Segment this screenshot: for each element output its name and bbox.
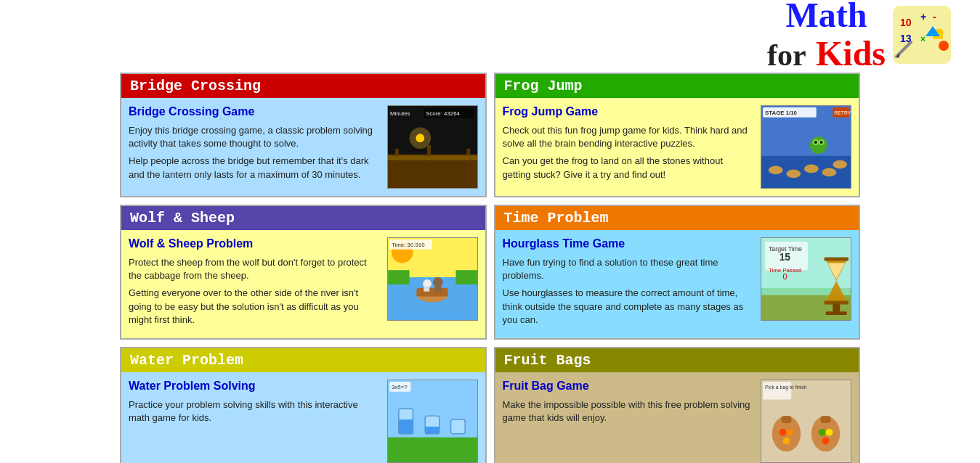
svg-point-37 (814, 141, 817, 144)
svg-rect-73 (425, 427, 440, 434)
game-desc1-bridge: Enjoy this bridge crossing game, a class… (129, 124, 380, 150)
game-desc2-bridge: Help people across the bridge but rememb… (129, 155, 380, 181)
header-title: Math for Kids (767, 0, 886, 73)
svg-rect-85 (821, 416, 831, 423)
page-header: Math for Kids 10 + - 13 × (0, 0, 980, 69)
section-header-fruit: Fruit Bags (495, 348, 859, 372)
svg-rect-15 (427, 145, 431, 163)
game-desc1-wolf: Protect the sheep from the wolf but don'… (129, 256, 380, 282)
svg-point-19 (416, 134, 424, 142)
svg-text:Target Time: Target Time (769, 245, 802, 253)
svg-point-33 (833, 160, 847, 169)
section-frog-jump: Frog Jump Frog Jump Game Check out this … (494, 73, 861, 197)
section-wolf-sheep: Wolf & Sheep Wolf & Sheep Problem Protec… (120, 205, 487, 340)
svg-point-86 (819, 429, 826, 436)
svg-rect-49 (434, 287, 441, 292)
section-text-time: Hourglass Time Game Have fun trying to f… (503, 237, 754, 331)
section-body-fruit: Fruit Bag Game Make the impossible possi… (495, 372, 859, 463)
svg-point-34 (810, 136, 827, 154)
section-body-water: Water Problem Solving Practice your prob… (121, 372, 485, 463)
svg-text:Minutes: Minutes (390, 110, 410, 117)
section-text-fruit: Fruit Bag Game Make the impossible possi… (503, 380, 754, 463)
section-text-bridge: Bridge Crossing Game Enjoy this bridge c… (129, 105, 380, 189)
svg-point-83 (783, 438, 790, 445)
game-thumb-bridge[interactable]: Score: 43264 Minutes (387, 105, 478, 189)
svg-text:3x5=?: 3x5=? (392, 384, 408, 390)
svg-point-82 (786, 429, 793, 436)
svg-point-8 (939, 41, 949, 51)
game-title-bridge[interactable]: Bridge Crossing Game (129, 105, 380, 118)
svg-rect-51 (424, 287, 429, 292)
svg-point-88 (822, 438, 830, 445)
svg-rect-71 (450, 419, 465, 434)
svg-text:Pick a bag to finish: Pick a bag to finish (765, 385, 807, 390)
header-icon: 10 + - 13 × (893, 6, 951, 64)
header-for: for (767, 38, 806, 72)
svg-rect-68 (388, 438, 477, 462)
svg-rect-72 (398, 419, 413, 434)
section-body-wolf: Wolf & Sheep Problem Protect the sheep f… (121, 230, 485, 338)
section-text-wolf: Wolf & Sheep Problem Protect the sheep f… (129, 237, 380, 331)
svg-rect-43 (455, 270, 477, 284)
section-body-time: Hourglass Time Game Have fun trying to f… (495, 230, 859, 338)
game-thumb-frog[interactable]: STAGE 1/10 RETRY (761, 105, 851, 189)
game-thumb-fruit[interactable]: Pick a bag to finish (761, 380, 851, 463)
section-fruit-bags: Fruit Bags Fruit Bag Game Make the impos… (494, 347, 861, 463)
section-header-frog: Frog Jump (495, 74, 859, 98)
game-thumb-wolf[interactable]: Time: 30.910 (387, 237, 478, 321)
svg-rect-47 (416, 288, 448, 297)
games-grid: Bridge Crossing Bridge Crossing Game Enj… (0, 69, 980, 463)
svg-text:+: + (920, 11, 926, 22)
game-thumb-water[interactable]: 3x5=? (387, 380, 478, 463)
game-desc1-time: Have fun trying to find a solution to th… (503, 256, 754, 282)
game-desc1-frog: Check out this fun frog jump game for ki… (503, 124, 754, 150)
svg-point-31 (804, 165, 819, 173)
svg-rect-66 (826, 311, 847, 315)
svg-rect-62 (825, 258, 849, 261)
svg-text:-: - (933, 11, 936, 22)
game-desc1-water: Practice your problem solving skills wit… (129, 398, 380, 425)
svg-point-81 (779, 429, 787, 436)
svg-point-48 (432, 277, 442, 287)
svg-point-30 (786, 169, 801, 178)
section-header-time: Time Problem (495, 206, 859, 230)
header-math: Math (785, 0, 867, 34)
section-text-frog: Frog Jump Game Check out this fun frog j… (503, 105, 754, 189)
game-desc2-frog: Can you get the frog to land on all the … (503, 155, 754, 181)
svg-text:15: 15 (779, 252, 791, 263)
game-thumb-hourglass[interactable]: Target Time 15 Time Passed 0 (761, 237, 851, 321)
game-desc2-time: Use hourglasses to measure the correct a… (503, 287, 754, 327)
game-title-frog[interactable]: Frog Jump Game (503, 105, 754, 118)
header-kids: Kids (816, 34, 886, 73)
game-title-water[interactable]: Water Problem Solving (129, 380, 380, 393)
section-time-problem: Time Problem Hourglass Time Game Have fu… (494, 205, 861, 340)
svg-rect-42 (388, 270, 409, 284)
section-bridge-crossing: Bridge Crossing Bridge Crossing Game Enj… (120, 73, 487, 197)
svg-rect-65 (833, 303, 840, 312)
section-text-water: Water Problem Solving Practice your prob… (129, 380, 380, 463)
game-title-wolf[interactable]: Wolf & Sheep Problem (129, 237, 380, 250)
section-header-bridge: Bridge Crossing (121, 74, 485, 98)
section-water-problem: Water Problem Water Problem Solving Prac… (120, 347, 487, 463)
svg-point-87 (826, 429, 833, 436)
svg-rect-17 (388, 156, 477, 160)
svg-text:RETRY: RETRY (834, 110, 851, 115)
svg-point-29 (769, 166, 783, 175)
svg-point-38 (820, 141, 823, 144)
svg-point-32 (822, 168, 837, 176)
game-desc1-fruit: Make the impossible possible with this f… (503, 398, 754, 425)
game-title-fruit[interactable]: Fruit Bag Game (503, 380, 754, 393)
section-header-wolf: Wolf & Sheep (121, 206, 485, 230)
svg-rect-11 (388, 106, 477, 188)
svg-text:0: 0 (783, 272, 787, 281)
svg-text:×: × (920, 34, 926, 44)
section-body-frog: Frog Jump Game Check out this fun frog j… (495, 98, 859, 196)
svg-text:STAGE 1/10: STAGE 1/10 (765, 110, 798, 116)
svg-text:Time: 30.910: Time: 30.910 (392, 242, 425, 248)
svg-rect-80 (782, 416, 792, 423)
game-title-time[interactable]: Hourglass Time Game (503, 237, 754, 250)
svg-text:Score: 43264: Score: 43264 (426, 110, 460, 117)
game-desc2-wolf: Getting everyone over to the other side … (129, 287, 380, 327)
svg-rect-12 (388, 160, 477, 188)
section-body-bridge: Bridge Crossing Game Enjoy this bridge c… (121, 98, 485, 196)
